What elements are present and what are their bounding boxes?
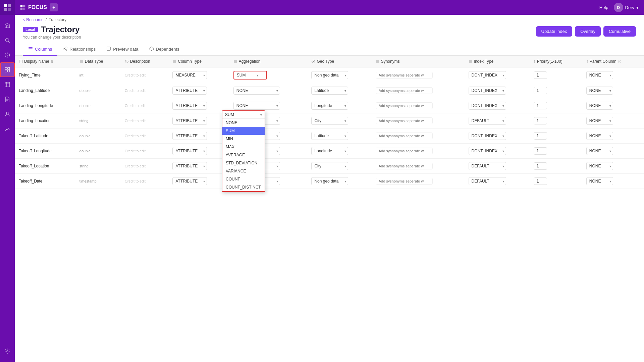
column-type-select[interactable]: MEASURE ATTRIBUTE DIMENSION xyxy=(172,132,207,140)
column-type-select[interactable]: MEASURE ATTRIBUTE DIMENSION xyxy=(172,147,207,155)
cell-priority[interactable] xyxy=(530,144,582,159)
cell-index-type[interactable]: DONT_INDEXDEFAULTOPTIMIZED xyxy=(465,83,530,98)
cell-description[interactable]: Credit to edit xyxy=(121,159,169,174)
parent-column-select[interactable]: NONE xyxy=(586,87,613,95)
parent-column-select[interactable]: NONE xyxy=(586,162,613,170)
synonyms-input[interactable] xyxy=(376,87,433,94)
cell-parent-column[interactable]: NONE xyxy=(582,98,644,113)
cell-priority[interactable] xyxy=(530,83,582,98)
cell-geo-type[interactable]: Non geo dataLatitudeLongitudeCityCountry… xyxy=(307,83,371,98)
cell-index-type[interactable]: DONT_INDEXDEFAULTOPTIMIZED xyxy=(465,67,530,83)
priority-input[interactable] xyxy=(534,117,547,124)
index-type-select[interactable]: DONT_INDEXDEFAULTOPTIMIZED xyxy=(469,102,506,110)
new-tab-button[interactable]: + xyxy=(50,3,58,11)
aggregation-select[interactable]: NONESUMMINMAXAVERAGESTD_DEVIATIONVARIANC… xyxy=(233,102,280,110)
cell-geo-type[interactable]: Non geo dataLatitudeLongitudeCityCountry… xyxy=(307,159,371,174)
priority-input[interactable] xyxy=(534,177,547,185)
cell-priority[interactable] xyxy=(530,128,582,144)
cell-synonyms[interactable] xyxy=(372,144,465,159)
cell-parent-column[interactable]: NONE xyxy=(582,83,644,98)
geo-type-select[interactable]: Non geo dataLatitudeLongitudeCityCountry… xyxy=(311,162,348,170)
user-menu[interactable]: D Dory ▾ xyxy=(614,3,639,12)
cell-parent-column[interactable]: NONE xyxy=(582,159,644,174)
cell-synonyms[interactable] xyxy=(372,98,465,113)
synonyms-input[interactable] xyxy=(376,163,433,169)
aggregation-option[interactable]: MAX xyxy=(222,143,265,151)
synonyms-input[interactable] xyxy=(376,117,433,124)
cell-index-type[interactable]: DONT_INDEXDEFAULTOPTIMIZED xyxy=(465,174,530,189)
cell-parent-column[interactable]: NONE xyxy=(582,128,644,144)
sidebar-item-analytics[interactable] xyxy=(0,121,15,136)
sidebar-item-datasets[interactable] xyxy=(0,62,15,77)
aggregation-option[interactable]: MIN xyxy=(222,135,265,143)
geo-type-select[interactable]: Non geo dataLatitudeLongitudeCityCountry… xyxy=(311,102,348,110)
cell-geo-type[interactable]: Non geo dataLatitudeLongitudeCityCountry… xyxy=(307,128,371,144)
cell-index-type[interactable]: DONT_INDEXDEFAULTOPTIMIZED xyxy=(465,128,530,144)
synonyms-input[interactable] xyxy=(376,102,433,109)
column-type-select[interactable]: MEASURE ATTRIBUTE DIMENSION xyxy=(172,162,207,170)
cell-description[interactable]: Credit to edit xyxy=(121,67,169,83)
geo-type-select[interactable]: Non geo dataLatitudeLongitudeCityCountry… xyxy=(311,177,348,185)
parent-column-select[interactable]: NONE xyxy=(586,117,613,125)
geo-type-select[interactable]: Non geo dataLatitudeLongitudeCityCountry… xyxy=(311,117,348,125)
index-type-select[interactable]: DONT_INDEXDEFAULTOPTIMIZED xyxy=(469,87,506,95)
geo-type-select[interactable]: Non geo dataLatitudeLongitudeCityCountry… xyxy=(311,132,348,140)
cell-parent-column[interactable]: NONE xyxy=(582,174,644,189)
overlay-button[interactable]: Overlay xyxy=(575,26,601,37)
geo-type-select[interactable]: Non geo dataLatitudeLongitudeCityCountry… xyxy=(311,71,348,79)
cell-synonyms[interactable] xyxy=(372,67,465,83)
tab-preview[interactable]: Preview data xyxy=(101,44,144,56)
aggregation-option[interactable]: COUNT_DISTINCT xyxy=(222,183,265,191)
column-type-select[interactable]: MEASURE ATTRIBUTE DIMENSION xyxy=(172,117,207,125)
priority-input[interactable] xyxy=(534,162,547,170)
breadcrumb-resource[interactable]: < Resource xyxy=(23,17,44,22)
cell-parent-column[interactable]: NONE xyxy=(582,113,644,128)
cell-column-type[interactable]: MEASURE ATTRIBUTE DIMENSION xyxy=(168,174,229,189)
aggregation-option[interactable]: VARIANCE xyxy=(222,167,265,175)
sidebar-item-library[interactable] xyxy=(0,77,15,92)
cell-synonyms[interactable] xyxy=(372,113,465,128)
aggregation-option[interactable]: NONE xyxy=(222,119,265,127)
aggregation-option[interactable]: AVERAGE xyxy=(222,151,265,159)
cell-column-type[interactable]: MEASURE ATTRIBUTE DIMENSION xyxy=(168,83,229,98)
cell-priority[interactable] xyxy=(530,174,582,189)
cell-synonyms[interactable] xyxy=(372,128,465,144)
synonyms-input[interactable] xyxy=(376,148,433,154)
cell-parent-column[interactable]: NONE xyxy=(582,144,644,159)
priority-input[interactable] xyxy=(534,102,547,109)
aggregation-select[interactable]: NONESUMMINMAXAVERAGESTD_DEVIATIONVARIANC… xyxy=(233,87,280,95)
cell-aggregation[interactable]: SUM▾ xyxy=(229,67,308,83)
cell-geo-type[interactable]: Non geo dataLatitudeLongitudeCityCountry… xyxy=(307,174,371,189)
parent-column-select[interactable]: NONE xyxy=(586,147,613,155)
cell-synonyms[interactable] xyxy=(372,83,465,98)
cell-description[interactable]: Credit to edit xyxy=(121,128,169,144)
priority-input[interactable] xyxy=(534,132,547,140)
index-type-select[interactable]: DONT_INDEXDEFAULTOPTIMIZED xyxy=(469,162,506,170)
parent-column-select[interactable]: NONE xyxy=(586,132,613,140)
aggregation-option[interactable]: COUNT xyxy=(222,175,265,183)
column-type-select[interactable]: MEASURE ATTRIBUTE DIMENSION xyxy=(172,102,207,110)
priority-input[interactable] xyxy=(534,87,547,94)
cell-column-type[interactable]: MEASURE ATTRIBUTE DIMENSION xyxy=(168,98,229,113)
cell-priority[interactable] xyxy=(530,67,582,83)
index-type-select[interactable]: DONT_INDEXDEFAULTOPTIMIZED xyxy=(469,117,506,125)
cell-geo-type[interactable]: Non geo dataLatitudeLongitudeCityCountry… xyxy=(307,144,371,159)
tab-columns[interactable]: Columns xyxy=(23,44,57,56)
cell-description[interactable]: Credit to edit xyxy=(121,174,169,189)
synonyms-input[interactable] xyxy=(376,133,433,139)
cell-description[interactable]: Credit to edit xyxy=(121,113,169,128)
sidebar-item-help[interactable] xyxy=(0,48,15,62)
parent-column-select[interactable]: NONE xyxy=(586,71,613,79)
sidebar-item-reports[interactable] xyxy=(0,92,15,107)
sidebar-item-home[interactable] xyxy=(0,18,15,33)
cell-priority[interactable] xyxy=(530,113,582,128)
cell-index-type[interactable]: DONT_INDEXDEFAULTOPTIMIZED xyxy=(465,144,530,159)
cell-priority[interactable] xyxy=(530,98,582,113)
column-type-select[interactable]: MEASURE ATTRIBUTE DIMENSION xyxy=(172,87,207,95)
cell-column-type[interactable]: MEASURE ATTRIBUTE DIMENSION xyxy=(168,159,229,174)
cell-aggregation[interactable]: NONESUMMINMAXAVERAGESTD_DEVIATIONVARIANC… xyxy=(229,83,308,98)
cell-description[interactable]: Credit to edit xyxy=(121,98,169,113)
cell-column-type[interactable]: MEASURE ATTRIBUTE DIMENSION xyxy=(168,128,229,144)
sidebar-item-users[interactable] xyxy=(0,107,15,121)
cell-column-type[interactable]: MEASURE ATTRIBUTE DIMENSION xyxy=(168,67,229,83)
